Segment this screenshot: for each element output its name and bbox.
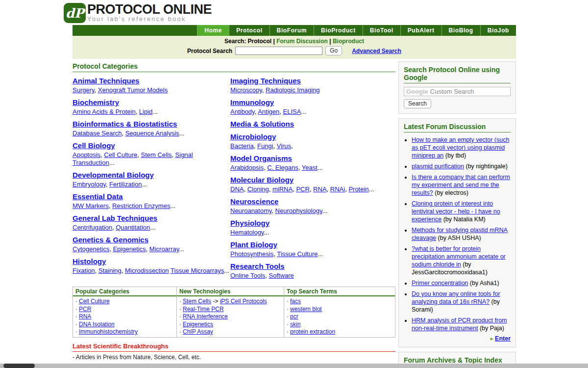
subcategory-link[interactable]: RNAi [330, 185, 345, 193]
subcategory-link[interactable]: Microscopy [230, 86, 262, 94]
subcategory-link[interactable]: Restriction Enzymes [112, 202, 170, 210]
table-item-link[interactable]: DNA Isolation [79, 321, 115, 328]
protocol-search-input[interactable] [235, 47, 322, 55]
category-link[interactable]: Physiology [230, 219, 270, 227]
go-button[interactable]: Go [325, 46, 342, 55]
category-link[interactable]: Cell Biology [73, 141, 115, 150]
subcategory-link[interactable]: Embryology [73, 181, 106, 188]
subcategory-link[interactable]: miRNA [272, 185, 293, 193]
subcategory-link[interactable]: Xenograft Tumor Models [98, 86, 168, 94]
forum-topic-link[interactable]: Do you know any online tools for analyzi… [412, 290, 500, 305]
search-scope-bioproduct-link[interactable]: Bioproduct [333, 38, 364, 45]
table-item-link[interactable]: skin [290, 321, 300, 328]
table-item-link[interactable]: Epigenetics [183, 321, 213, 328]
category-link[interactable]: Neuroscience [230, 197, 278, 206]
nav-tab-biojob[interactable]: BioJob [480, 25, 516, 36]
subcategory-link[interactable]: Tissue Culture [277, 250, 318, 258]
google-search-input[interactable]: Google Custom Search [404, 87, 511, 96]
forum-topic-link[interactable]: plasmid purification [412, 163, 464, 170]
table-item-link[interactable]: PCR [79, 306, 91, 313]
category-link[interactable]: Genetics & Genomics [73, 236, 148, 244]
forum-enter-link[interactable]: Enter [495, 335, 511, 342]
category-link[interactable]: Research Tools [230, 262, 285, 270]
table-item-link[interactable]: Real-Time PCR [183, 306, 224, 313]
category-link[interactable]: Immunology [230, 98, 274, 106]
search-scope-forum-link[interactable]: Forum Discussion [276, 38, 328, 45]
category-link[interactable]: Media & Solutions [230, 120, 294, 128]
subcategory-link[interactable]: Protein [348, 185, 368, 193]
table-item-link[interactable]: iPS Cell Protocols [220, 298, 267, 305]
nav-tab-bioforum[interactable]: BioForum [270, 25, 314, 36]
scrollbar-thumb[interactable] [3, 364, 35, 368]
subcategory-link[interactable]: Surgery [73, 86, 95, 94]
forum-topic-link[interactable]: How to make an empty vector (such as pET… [412, 136, 509, 159]
nav-tab-home[interactable]: Home [197, 25, 229, 36]
forum-topic-link[interactable]: Methods for studying plastid mRNA cleava… [412, 227, 508, 241]
subcategory-link[interactable]: Apoptosis [73, 151, 100, 158]
category-link[interactable]: Model Organisms [230, 154, 292, 162]
subcategory-link[interactable]: Online Tools [230, 272, 265, 279]
subcategory-link[interactable]: Cloning [247, 185, 269, 193]
subcategory-link[interactable]: Staining [98, 267, 122, 274]
subcategory-link[interactable]: Bacteria [230, 142, 254, 150]
subcategory-link[interactable]: MW Markers [73, 202, 109, 210]
subcategory-link[interactable]: Neurophysiology [275, 207, 322, 214]
horizontal-scrollbar[interactable] [0, 364, 588, 368]
forum-topic-link[interactable]: HRM analysis of PCR product from non-rea… [412, 317, 507, 332]
table-item-link[interactable]: western blot [290, 306, 322, 313]
nav-tab-pubalert[interactable]: PubAlert [400, 25, 441, 36]
subcategory-link[interactable]: Neuroanatomy [230, 207, 271, 214]
category-link[interactable]: Histology [73, 257, 106, 265]
subcategory-link[interactable]: Microarray [149, 245, 179, 253]
category-link[interactable]: Essential Data [73, 192, 123, 201]
nav-tab-bioproduct[interactable]: BioProduct [314, 25, 363, 36]
subcategory-link[interactable]: Antibody [230, 108, 255, 115]
forum-topic-link[interactable]: Primer concentration [412, 280, 468, 287]
subcategory-link[interactable]: Database Search [73, 130, 122, 137]
table-item-link[interactable]: RNA [79, 313, 91, 320]
subcategory-link[interactable]: Hematology [230, 229, 264, 236]
subcategory-link[interactable]: C. Elegans [267, 164, 298, 171]
subcategory-link[interactable]: ELISA [283, 108, 301, 115]
category-link[interactable]: Biochemistry [73, 98, 119, 106]
category-link[interactable]: Microbiology [230, 132, 276, 141]
subcategory-link[interactable]: Microdissection [125, 267, 169, 274]
category-link[interactable]: Molecular Biology [230, 176, 294, 184]
subcategory-link[interactable]: Fungi [257, 142, 273, 150]
forum-topic-link[interactable]: Is there a company that can perform my e… [412, 174, 510, 196]
subcategory-link[interactable]: Cell Culture [104, 151, 137, 158]
nav-tab-protocol[interactable]: Protocol [229, 25, 269, 36]
google-search-button[interactable]: Search [404, 99, 431, 108]
forum-topic-link[interactable]: Cloning protein of interest into lentivi… [412, 200, 500, 223]
subcategory-link[interactable]: Centrifugation [73, 224, 112, 231]
subcategory-link[interactable]: Sequence Analysis [125, 130, 179, 137]
subcategory-link[interactable]: Radiologic Imaging [266, 86, 320, 94]
table-item-link[interactable]: protein extraction [290, 328, 335, 335]
table-item-link[interactable]: facs [290, 298, 301, 305]
table-item-link[interactable]: Cell Culture [79, 298, 110, 305]
category-link[interactable]: General Lab Techniques [73, 214, 157, 222]
category-link[interactable]: Imaging Techniques [230, 77, 301, 85]
forum-topic-link[interactable]: ?what is better for protein precipitatio… [412, 245, 506, 268]
subcategory-link[interactable]: Amino Acids & Protein [73, 108, 136, 115]
subcategory-link[interactable]: Photosynthesis [230, 250, 273, 258]
table-item-link[interactable]: Stem Cells [183, 298, 211, 305]
subcategory-link[interactable]: RNA [313, 185, 326, 193]
subcategory-link[interactable]: Tissue Microarrays [171, 267, 224, 274]
subcategory-link[interactable]: Arabidopsis [230, 164, 264, 171]
category-link[interactable]: Bioinformatics & Biostatistics [73, 120, 177, 128]
subcategory-link[interactable]: Yeast [302, 164, 318, 171]
table-item-link[interactable]: ChIP Assay [183, 328, 213, 335]
table-item-link[interactable]: RNA Interference [183, 313, 228, 320]
table-item-link[interactable]: pcr [290, 313, 298, 320]
subcategory-link[interactable]: Stem Cells [141, 151, 172, 158]
subcategory-link[interactable]: Antigen [258, 108, 279, 115]
subcategory-link[interactable]: Quantitation [116, 224, 150, 231]
subcategory-link[interactable]: Virus [277, 142, 291, 150]
subcategory-link[interactable]: Lipid [139, 108, 152, 115]
subcategory-link[interactable]: PCR [296, 185, 309, 193]
category-link[interactable]: Plant Biology [230, 240, 277, 249]
category-link[interactable]: Developmental Biology [73, 171, 154, 179]
subcategory-link[interactable]: Fertilization [109, 181, 142, 188]
subcategory-link[interactable]: Software [269, 272, 294, 279]
